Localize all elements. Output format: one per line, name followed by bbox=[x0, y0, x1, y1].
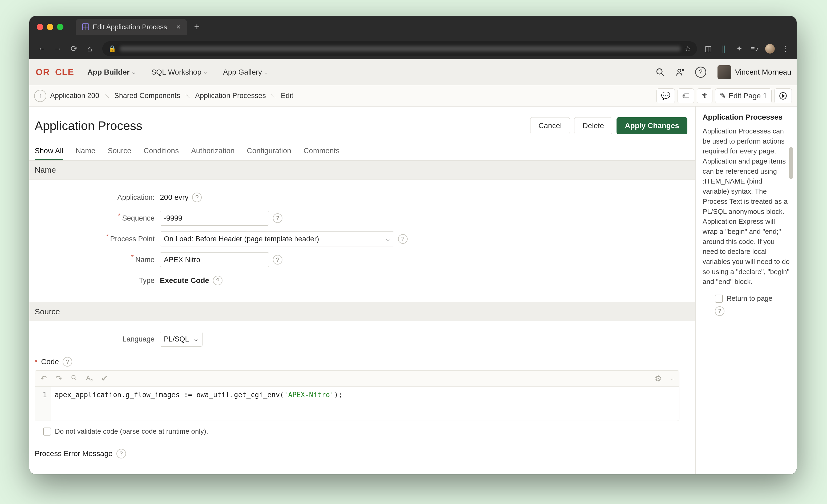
edit-page-button[interactable]: ✎ Edit Page 1 bbox=[715, 89, 772, 103]
find-icon[interactable] bbox=[70, 374, 78, 383]
nav-app-gallery[interactable]: App Gallery ⌵ bbox=[223, 68, 267, 77]
home-button[interactable]: ⌂ bbox=[84, 43, 96, 55]
tab-authorization[interactable]: Authorization bbox=[191, 147, 235, 160]
browser-menu-icon[interactable]: ⋮ bbox=[781, 44, 790, 54]
user-chip[interactable]: Vincent Morneau bbox=[718, 65, 791, 79]
tab-name[interactable]: Name bbox=[76, 147, 95, 160]
return-to-page-checkbox[interactable] bbox=[715, 295, 723, 303]
crumb-application-processes[interactable]: Application Processes bbox=[195, 92, 266, 100]
help-icon[interactable]: ? bbox=[192, 193, 202, 202]
field-label-wrap: * Process Point bbox=[35, 235, 160, 243]
field-label: Name bbox=[135, 256, 154, 264]
browser-tab[interactable]: Edit Application Process × bbox=[76, 19, 187, 35]
comment-button[interactable]: 💬 bbox=[656, 89, 675, 103]
help-icon[interactable]: ? bbox=[63, 357, 72, 366]
cancel-button[interactable]: Cancel bbox=[530, 117, 570, 134]
nav-app-builder[interactable]: App Builder ⌵ bbox=[87, 68, 135, 77]
crumb-separator-icon: ⟍ bbox=[270, 91, 277, 100]
help-icon[interactable]: ? bbox=[213, 276, 223, 285]
code-block-area: ↶ ↷ A¤ ✔ ⚙ ⌵ 1 bbox=[35, 370, 690, 423]
editor-content[interactable]: apex_application.g_flow_images := owa_ut… bbox=[51, 387, 679, 421]
address-field[interactable]: 🔒 ☆ bbox=[102, 41, 697, 56]
tab-comments[interactable]: Comments bbox=[303, 147, 339, 160]
puzzle-extension-icon[interactable]: ✦ bbox=[734, 44, 744, 54]
traffic-lights bbox=[37, 24, 63, 30]
name-input[interactable] bbox=[160, 252, 269, 267]
undo-icon[interactable]: ↶ bbox=[40, 374, 47, 383]
nav-label: SQL Workshop bbox=[151, 68, 201, 77]
code-editor[interactable]: 1 apex_application.g_flow_images := owa_… bbox=[35, 386, 679, 421]
extension-icons: ◫ ‖ ✦ ≡♪ ⋮ bbox=[703, 44, 790, 54]
required-star-icon: * bbox=[106, 232, 108, 241]
app-root: ORCLE App Builder ⌵ SQL Workshop ⌵ App G… bbox=[29, 59, 797, 474]
bookmark-star-icon[interactable]: ☆ bbox=[684, 44, 691, 53]
code-label: Code bbox=[41, 357, 59, 366]
delete-button[interactable]: Delete bbox=[574, 117, 612, 134]
top-nav-actions: ? Vincent Morneau bbox=[654, 65, 791, 79]
user-name: Vincent Morneau bbox=[735, 68, 791, 77]
help-icon[interactable]: ? bbox=[116, 449, 126, 458]
redo-icon[interactable]: ↷ bbox=[55, 374, 62, 383]
breadcrumb-bar: ↑ Application 200 ⟍ Shared Components ⟍ … bbox=[29, 85, 797, 107]
help-icon[interactable]: ? bbox=[715, 306, 724, 316]
validate-icon[interactable]: ✔ bbox=[101, 374, 108, 383]
crumb-separator-icon: ⟍ bbox=[103, 91, 110, 100]
profile-avatar-icon[interactable] bbox=[765, 44, 775, 54]
sidebar-body: Application Processes can be used to per… bbox=[702, 126, 790, 287]
editor-gutter: 1 bbox=[35, 387, 51, 421]
field-language: Language PL/SQL bbox=[35, 329, 690, 349]
tree-button[interactable]: ♆ bbox=[697, 89, 713, 103]
process-point-select[interactable]: On Load: Before Header (page template he… bbox=[160, 232, 394, 246]
nav-sql-workshop[interactable]: SQL Workshop ⌵ bbox=[151, 68, 207, 77]
tab-configuration[interactable]: Configuration bbox=[247, 147, 291, 160]
help-sidebar: Application Processes Application Proces… bbox=[695, 107, 797, 474]
minimize-window-icon[interactable] bbox=[47, 24, 53, 30]
reading-list-icon[interactable]: ≡♪ bbox=[750, 44, 759, 54]
field-label: Language bbox=[35, 335, 160, 343]
code-toolbar: ↶ ↷ A¤ ✔ ⚙ ⌵ bbox=[35, 370, 679, 386]
forward-button[interactable]: → bbox=[52, 43, 64, 55]
chevron-down-icon[interactable]: ⌵ bbox=[670, 375, 674, 382]
tab-conditions[interactable]: Conditions bbox=[144, 147, 179, 160]
field-process-point: * Process Point On Load: Before Header (… bbox=[35, 229, 690, 249]
code-pre: apex_application.g_flow_images := owa_ut… bbox=[55, 391, 284, 399]
help-icon[interactable]: ? bbox=[695, 66, 706, 78]
crumb-application[interactable]: Application 200 bbox=[50, 92, 99, 100]
nav-label: App Gallery bbox=[223, 68, 262, 77]
shield-extension-icon[interactable]: ◫ bbox=[703, 44, 713, 54]
tab-source[interactable]: Source bbox=[108, 147, 131, 160]
process-point-select-wrap: On Load: Before Header (page template he… bbox=[160, 232, 394, 246]
tree-icon: ♆ bbox=[701, 91, 708, 100]
reload-button[interactable]: ⟳ bbox=[68, 43, 80, 55]
settings-gear-icon[interactable]: ⚙ bbox=[654, 374, 662, 383]
up-level-button[interactable]: ↑ bbox=[34, 90, 46, 102]
run-page-button[interactable] bbox=[774, 89, 792, 103]
url-text-blurred bbox=[120, 46, 681, 51]
browser-chrome: Edit Application Process × + ← → ⟳ ⌂ 🔒 ☆… bbox=[29, 16, 797, 59]
vertical-scrollbar[interactable] bbox=[789, 147, 793, 179]
section-body-name: Application: 200 evry ? * Sequence bbox=[29, 180, 695, 302]
help-icon[interactable]: ? bbox=[398, 234, 408, 244]
admin-icon[interactable] bbox=[675, 66, 686, 78]
help-icon[interactable]: ? bbox=[273, 255, 282, 264]
crumb-edit: Edit bbox=[281, 92, 293, 100]
tab-close-icon[interactable]: × bbox=[176, 23, 181, 31]
tag-button[interactable]: 🏷 bbox=[678, 89, 694, 103]
language-select[interactable]: PL/SQL bbox=[160, 332, 202, 347]
autocomplete-icon[interactable]: A¤ bbox=[86, 374, 93, 383]
search-icon[interactable] bbox=[654, 66, 666, 78]
crumb-shared-components[interactable]: Shared Components bbox=[114, 92, 180, 100]
field-error-message: Process Error Message ? bbox=[29, 442, 695, 465]
bars-extension-icon[interactable]: ‖ bbox=[719, 44, 728, 54]
back-button[interactable]: ← bbox=[36, 43, 48, 55]
oracle-logo[interactable]: ORCLE bbox=[36, 67, 74, 77]
close-window-icon[interactable] bbox=[37, 24, 43, 30]
sequence-input[interactable] bbox=[160, 211, 269, 225]
no-validate-checkbox[interactable] bbox=[43, 427, 51, 436]
help-icon[interactable]: ? bbox=[273, 213, 282, 223]
maximize-window-icon[interactable] bbox=[57, 24, 63, 30]
new-tab-button[interactable]: + bbox=[192, 22, 202, 32]
apply-changes-button[interactable]: Apply Changes bbox=[617, 117, 687, 134]
field-label-wrap: * Sequence bbox=[35, 214, 160, 222]
tab-show-all[interactable]: Show All bbox=[35, 147, 63, 160]
